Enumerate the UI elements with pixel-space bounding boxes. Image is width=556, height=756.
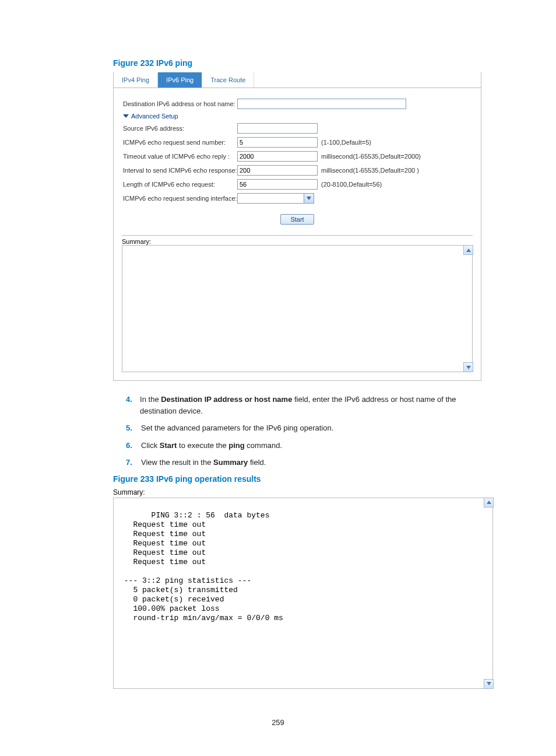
step-5-text: Set the advanced parameters for the IPv6…	[141, 422, 333, 434]
sendnum-label: ICMPv6 echo request send number:	[123, 139, 237, 146]
timeout-label: Timeout value of ICMPv6 echo reply :	[123, 153, 237, 160]
dest-label: Destination IPv6 address or host name:	[123, 100, 237, 107]
tab-bar: IPv4 Ping IPv6 Ping Trace Route	[114, 72, 481, 88]
scroll-up-button[interactable]	[484, 498, 494, 508]
figure-232-caption: Figure 232 IPv6 ping	[113, 58, 493, 68]
step-number: 6.	[126, 440, 141, 452]
step-number: 7.	[126, 457, 141, 468]
length-label: Length of ICMPv6 echo request:	[123, 181, 237, 188]
step-7-text: View the result in the Summary field.	[141, 457, 266, 468]
length-input[interactable]	[237, 179, 318, 190]
src-input[interactable]	[237, 123, 318, 134]
ipv6-ping-panel: IPv4 Ping IPv6 Ping Trace Route Destinat…	[113, 72, 481, 381]
interval-hint: millisecond(1-65535,Default=200 )	[321, 167, 419, 174]
sendnum-hint: (1-100,Default=5)	[321, 139, 371, 146]
chevron-down-icon	[304, 194, 314, 203]
sendnum-input[interactable]	[237, 137, 318, 148]
step-4-text: In the Destination IP address or host na…	[140, 394, 493, 416]
dest-input[interactable]	[237, 99, 406, 109]
advanced-setup-label: Advanced Setup	[131, 113, 178, 120]
start-button[interactable]: Start	[280, 214, 314, 225]
timeout-hint: millisecond(1-65535,Default=2000)	[321, 153, 421, 160]
advanced-setup-toggle[interactable]: Advanced Setup	[123, 113, 471, 120]
tab-trace-route[interactable]: Trace Route	[202, 72, 254, 88]
scroll-down-button[interactable]	[463, 362, 473, 372]
page-number: 259	[63, 718, 493, 727]
interval-input[interactable]	[237, 165, 318, 176]
tab-ipv4-ping[interactable]: IPv4 Ping	[114, 72, 158, 88]
summary-textarea	[122, 245, 473, 372]
timeout-input[interactable]	[237, 151, 318, 162]
figure-233-caption: Figure 233 IPv6 ping operation results	[113, 474, 493, 484]
iface-select[interactable]	[237, 193, 314, 204]
scroll-up-button[interactable]	[463, 245, 473, 255]
step-number: 5.	[126, 422, 141, 434]
src-label: Source IPv6 address:	[123, 125, 237, 132]
instruction-list: 4. In the Destination IP address or host…	[63, 394, 493, 468]
length-hint: (20-8100,Default=56)	[321, 181, 382, 188]
summary2-label: Summary:	[113, 488, 493, 496]
iface-label: ICMPv6 echo request sending interface:	[123, 195, 237, 202]
results-textarea: PING 3::2 : 56 data bytes Request time o…	[113, 498, 493, 689]
summary-label: Summary:	[122, 238, 473, 245]
interval-label: Interval to send ICMPv6 echo response:	[123, 167, 237, 174]
step-6-text: Click Start to execute the ping command.	[141, 440, 282, 452]
ping-output: PING 3::2 : 56 data bytes Request time o…	[119, 511, 283, 622]
chevron-down-icon	[123, 114, 129, 118]
tab-ipv6-ping[interactable]: IPv6 Ping	[158, 72, 202, 88]
step-number: 4.	[126, 394, 140, 416]
scroll-down-button[interactable]	[484, 679, 494, 689]
